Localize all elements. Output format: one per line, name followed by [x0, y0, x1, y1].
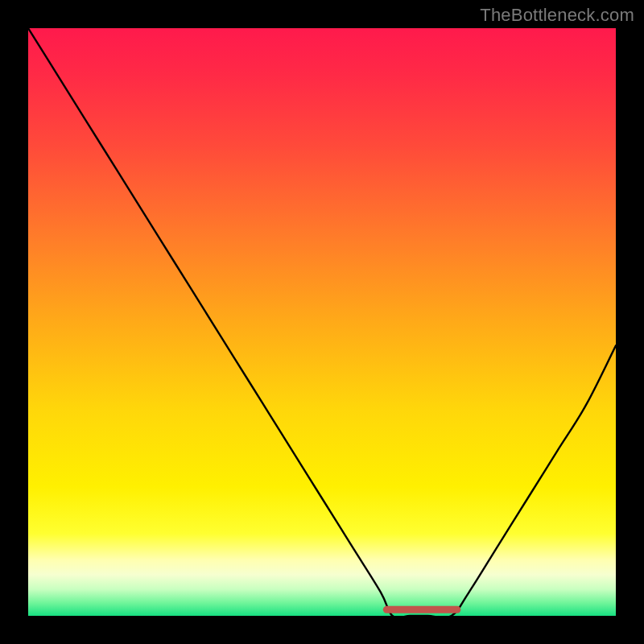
- chart-frame: TheBottleneck.com: [0, 0, 644, 644]
- gradient-background: [28, 28, 616, 616]
- attribution-label: TheBottleneck.com: [480, 5, 634, 26]
- plot-area: [28, 28, 616, 616]
- bottleneck-chart: [28, 28, 616, 616]
